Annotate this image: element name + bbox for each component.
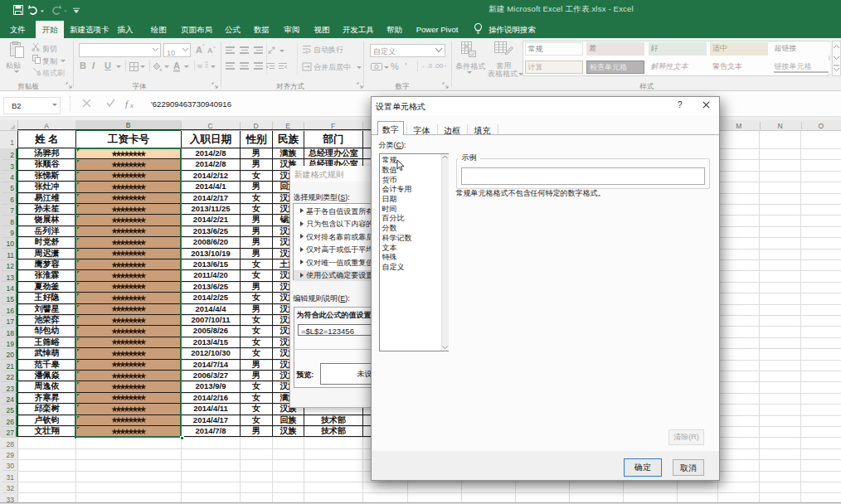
svg-text:w: w bbox=[197, 62, 202, 70]
svg-text:x: x bbox=[129, 102, 134, 109]
svg-text:f: f bbox=[125, 99, 129, 109]
svg-text:a: a bbox=[268, 49, 271, 55]
